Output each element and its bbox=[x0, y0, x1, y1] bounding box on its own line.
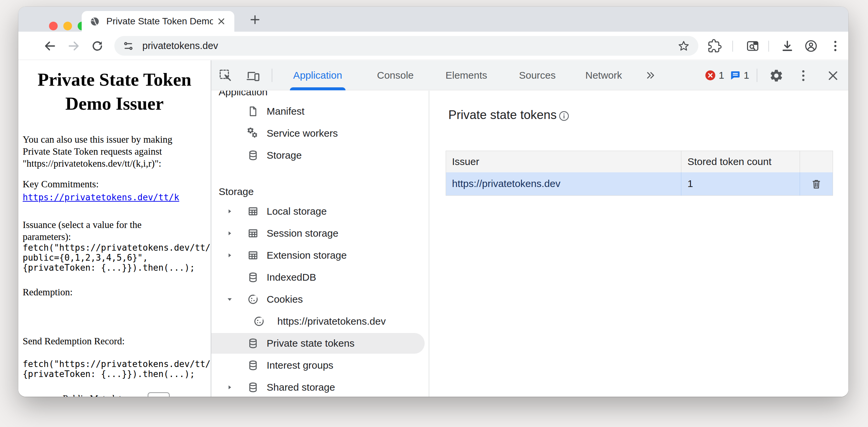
tab-title: Private State Token Demo bbox=[106, 16, 213, 27]
sidebar-item-storage[interactable]: Storage bbox=[211, 144, 429, 166]
url-text[interactable]: privatetokens.dev bbox=[142, 40, 677, 51]
sidebar-item-label: Manifest bbox=[267, 100, 304, 122]
devtools-tab-console[interactable]: Console bbox=[377, 60, 414, 90]
sidebar-item-label: Service workers bbox=[267, 122, 338, 144]
row-highlight bbox=[211, 145, 425, 166]
tab-close-icon[interactable] bbox=[216, 16, 226, 26]
chevron-down-icon[interactable] bbox=[225, 295, 234, 304]
row-actions-cell bbox=[800, 172, 833, 196]
stored-token-count-cell[interactable]: 1 bbox=[681, 172, 800, 196]
service-workers-icon bbox=[247, 128, 259, 139]
sidebar-item-private-state-tokens[interactable]: Private state tokens bbox=[211, 332, 429, 354]
close-window-button[interactable] bbox=[49, 22, 58, 30]
column-header-issuer: Issuer bbox=[446, 151, 681, 172]
toolbar-divider bbox=[732, 41, 733, 52]
private-state-tokens-table: IssuerStored token count https://private… bbox=[446, 151, 833, 196]
sidebar-section-storage: Storage bbox=[211, 183, 429, 200]
sidebar-section-application: Application bbox=[211, 91, 429, 100]
panel-heading-text: Private state tokens bbox=[448, 108, 557, 122]
redemption-label: Redemption: bbox=[23, 286, 211, 298]
devtools-close-icon[interactable] bbox=[826, 68, 840, 83]
error-badge[interactable]: 1 bbox=[705, 70, 724, 81]
grid-icon bbox=[247, 206, 259, 217]
issues-badge[interactable]: 1 bbox=[730, 70, 749, 81]
profile-icon[interactable] bbox=[804, 39, 818, 53]
new-tab-button[interactable] bbox=[248, 13, 262, 26]
devtools-tab-sources[interactable]: Sources bbox=[519, 60, 556, 90]
issuance-code: fetch("https://privatetokens.dev/tt/i? p… bbox=[23, 243, 211, 273]
sidebar-item-indexeddb[interactable]: IndexedDB bbox=[211, 266, 429, 288]
sidebar-item-session-storage[interactable]: Session storage bbox=[211, 222, 429, 244]
sidebar-item-label: Session storage bbox=[267, 222, 338, 244]
sidebar-item-label: Extension storage bbox=[267, 244, 347, 266]
public-metadata-input[interactable] bbox=[148, 392, 170, 397]
table-row[interactable]: https://privatetokens.dev1 bbox=[446, 172, 833, 196]
browser-menu-icon[interactable] bbox=[828, 39, 842, 53]
sidebar-item-extension-storage[interactable]: Extension storage bbox=[211, 244, 429, 266]
database-icon bbox=[247, 150, 259, 161]
database-icon bbox=[247, 272, 259, 283]
info-icon[interactable] bbox=[558, 110, 570, 122]
screenshot-root: { "colors": { "accent_blue": "#1a73e8", … bbox=[0, 0, 868, 427]
device-toolbar-icon[interactable] bbox=[246, 68, 260, 83]
database-icon bbox=[247, 382, 259, 393]
devtools-menu-icon[interactable] bbox=[796, 68, 811, 83]
sidebar-item-local-storage[interactable]: Local storage bbox=[211, 200, 429, 222]
devtools-tab-network[interactable]: Network bbox=[585, 60, 622, 90]
bookmark-star-icon[interactable] bbox=[677, 39, 690, 53]
browser-tab[interactable]: Private State Token Demo bbox=[82, 11, 234, 32]
message-count: 1 bbox=[744, 70, 749, 81]
sidebar-item-interest-groups[interactable]: Interest groups bbox=[211, 354, 429, 376]
sidebar-item-label: Private state tokens bbox=[267, 332, 354, 354]
sidebar-item-service-workers[interactable]: Service workers bbox=[211, 122, 429, 144]
column-header-stored-token-count: Stored token count bbox=[681, 151, 800, 172]
message-icon bbox=[730, 70, 741, 81]
address-bar[interactable]: privatetokens.dev bbox=[114, 36, 698, 56]
issuer-cell[interactable]: https://privatetokens.dev bbox=[446, 172, 681, 196]
reload-button[interactable] bbox=[90, 39, 104, 53]
devtools-toolbar: ApplicationConsoleElementsSourcesNetwork… bbox=[211, 60, 848, 90]
devtools-settings-gear-icon[interactable] bbox=[769, 68, 784, 83]
chevron-right-icon[interactable] bbox=[225, 229, 234, 238]
chevron-right-icon[interactable] bbox=[225, 251, 234, 260]
sidebar-item-label: IndexedDB bbox=[267, 266, 316, 288]
sidebar-item-label: https://privatetokens.dev bbox=[277, 310, 386, 332]
more-tabs-icon[interactable] bbox=[644, 69, 656, 81]
inspect-element-icon[interactable] bbox=[218, 68, 233, 83]
cookie-icon bbox=[253, 316, 265, 327]
column-header-actions bbox=[800, 151, 833, 172]
devtools-toolbar-divider bbox=[272, 69, 272, 82]
back-button[interactable] bbox=[43, 39, 57, 53]
browser-window: Private State Token Demo privatetokens.d… bbox=[18, 7, 848, 397]
devtools-tab-application[interactable]: Application bbox=[293, 60, 342, 90]
site-settings-icon[interactable] bbox=[122, 40, 134, 52]
forward-button[interactable] bbox=[67, 39, 81, 53]
page-title: Private State Token Demo Issuer bbox=[18, 68, 211, 116]
public-metadata-label: Public Metadata: bbox=[63, 393, 128, 397]
chevron-right-icon[interactable] bbox=[225, 383, 234, 392]
sidebar-item-label: Storage bbox=[267, 144, 302, 166]
application-sidebar: ApplicationManifestService workersStorag… bbox=[211, 91, 429, 397]
chevron-right-icon[interactable] bbox=[225, 207, 234, 216]
sidebar-item-manifest[interactable]: Manifest bbox=[211, 100, 429, 122]
cookie-icon bbox=[247, 294, 259, 305]
sidebar-item-https-privatetokens-dev[interactable]: https://privatetokens.dev bbox=[211, 310, 429, 332]
row-highlight bbox=[211, 101, 425, 122]
tab-search-icon[interactable] bbox=[746, 39, 760, 53]
minimize-window-button[interactable] bbox=[63, 22, 72, 30]
key-commitments-link[interactable]: https://privatetokens.dev/tt/k bbox=[23, 192, 179, 202]
delete-trash-icon[interactable] bbox=[810, 178, 822, 190]
sidebar-item-label: Shared storage bbox=[267, 376, 335, 397]
grid-icon bbox=[247, 250, 259, 261]
download-icon[interactable] bbox=[780, 39, 794, 53]
row-highlight bbox=[211, 267, 425, 288]
browser-toolbar: privatetokens.dev bbox=[18, 32, 848, 60]
send-redemption-record-label: Send Redemption Record: bbox=[23, 335, 211, 347]
sidebar-item-shared-storage[interactable]: Shared storage bbox=[211, 376, 429, 397]
extensions-icon[interactable] bbox=[708, 39, 722, 53]
key-commitments-label: Key Commitments: bbox=[23, 178, 211, 190]
devtools-body: ApplicationManifestService workersStorag… bbox=[211, 91, 848, 397]
devtools-tab-elements[interactable]: Elements bbox=[445, 60, 487, 90]
sidebar-item-cookies[interactable]: Cookies bbox=[211, 288, 429, 310]
grid-icon bbox=[247, 228, 259, 239]
